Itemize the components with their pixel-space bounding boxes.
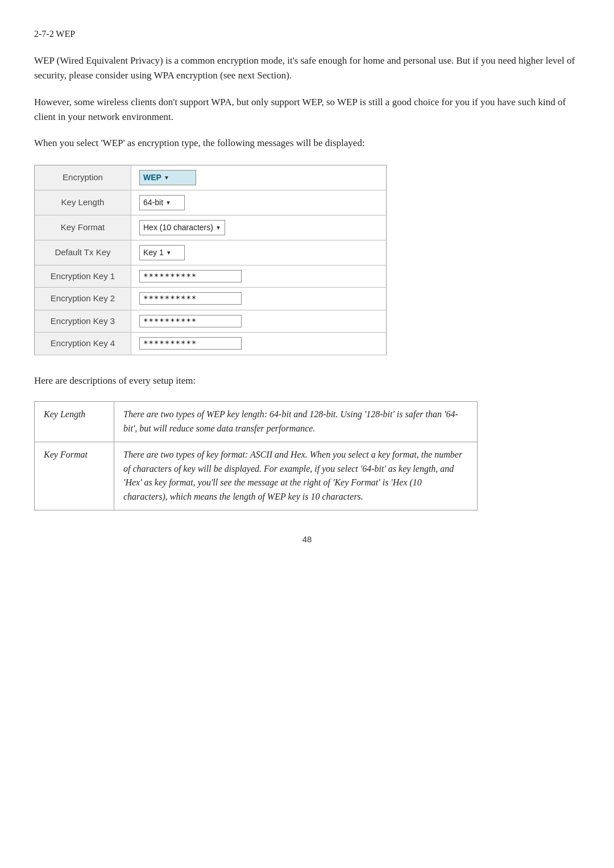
desc-row-description: There are two types of WEP key length: 6… (114, 402, 478, 442)
config-row: Encryption Key 4 (35, 333, 387, 355)
dropdown-value: 64-bit (143, 197, 163, 209)
dropdown-value: WEP (143, 172, 161, 184)
paragraph-3: When you select 'WEP' as encryption type… (34, 136, 580, 151)
encryption-dropdown[interactable]: WEP▼ (139, 170, 196, 185)
dropdown-value: Key 1 (143, 247, 164, 259)
chevron-down-icon: ▼ (166, 248, 172, 257)
page-number: 48 (34, 533, 580, 546)
config-table: EncryptionWEP▼Key Length64-bit▼Key Forma… (34, 165, 387, 355)
config-row-value[interactable] (131, 265, 387, 288)
config-row: EncryptionWEP▼ (35, 165, 387, 190)
config-row-value[interactable] (131, 333, 387, 355)
config-row-label: Encryption Key 4 (35, 333, 131, 355)
encryption-key-input[interactable] (139, 292, 242, 305)
desc-intro: Here are descriptions of every setup ite… (34, 373, 580, 388)
config-row-value[interactable]: 64-bit▼ (131, 190, 387, 215)
desc-row: Key LengthThere are two types of WEP key… (35, 402, 478, 442)
chevron-down-icon: ▼ (215, 223, 221, 232)
field-dropdown[interactable]: Hex (10 characters)▼ (139, 220, 225, 235)
config-row: Key Length64-bit▼ (35, 190, 387, 215)
config-row: Encryption Key 3 (35, 310, 387, 333)
desc-row-label: Key Format (35, 442, 114, 510)
encryption-key-input[interactable] (139, 337, 242, 350)
config-row-label: Encryption (35, 165, 131, 190)
config-row-value[interactable] (131, 288, 387, 310)
desc-row: Key FormatThere are two types of key for… (35, 442, 478, 510)
config-row: Encryption Key 2 (35, 288, 387, 310)
config-row-value[interactable]: Hex (10 characters)▼ (131, 215, 387, 240)
config-row: Encryption Key 1 (35, 265, 387, 288)
encryption-key-input[interactable] (139, 270, 242, 283)
config-row-value[interactable]: WEP▼ (131, 165, 387, 190)
dropdown-value: Hex (10 characters) (143, 222, 213, 234)
chevron-down-icon: ▼ (164, 173, 169, 182)
field-dropdown[interactable]: 64-bit▼ (139, 195, 185, 210)
encryption-key-input[interactable] (139, 315, 242, 327)
paragraph-2: However, some wireless clients don't sup… (34, 95, 580, 125)
config-row: Default Tx KeyKey 1▼ (35, 240, 387, 265)
config-row-label: Encryption Key 1 (35, 265, 131, 288)
config-row: Key FormatHex (10 characters)▼ (35, 215, 387, 240)
paragraph-1: WEP (Wired Equivalent Privacy) is a comm… (34, 53, 580, 84)
config-row-value[interactable]: Key 1▼ (131, 240, 387, 265)
config-row-label: Encryption Key 2 (35, 288, 131, 310)
desc-row-description: There are two types of key format: ASCII… (114, 442, 478, 510)
config-row-label: Key Format (35, 215, 131, 240)
desc-table: Key LengthThere are two types of WEP key… (34, 401, 478, 510)
config-row-value[interactable] (131, 310, 387, 333)
config-row-label: Default Tx Key (35, 240, 131, 265)
config-row-label: Key Length (35, 190, 131, 215)
config-row-label: Encryption Key 3 (35, 310, 131, 333)
chevron-down-icon: ▼ (165, 198, 171, 207)
desc-row-label: Key Length (35, 402, 114, 442)
field-dropdown[interactable]: Key 1▼ (139, 245, 185, 260)
section-title: 2-7-2 WEP (34, 27, 580, 41)
